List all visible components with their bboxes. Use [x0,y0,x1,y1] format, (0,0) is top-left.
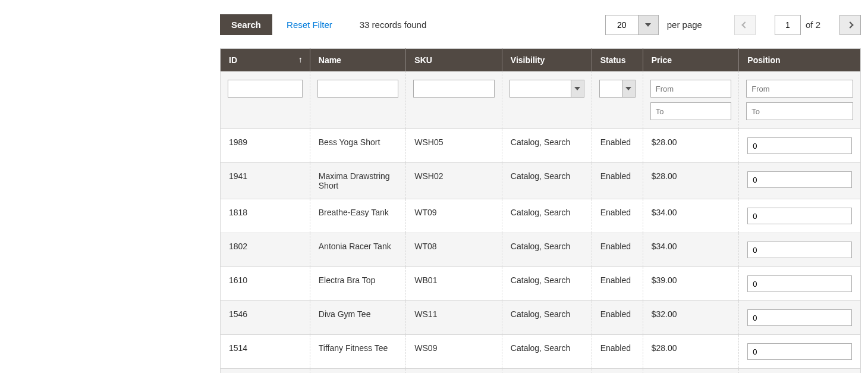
chevron-down-icon [645,23,651,27]
cell-id: 1989 [221,129,310,163]
table-row[interactable]: 1989 Bess Yoga Short WSH05 Catalog, Sear… [221,129,861,163]
next-page-button[interactable] [839,15,861,35]
filter-id-input[interactable] [228,80,303,98]
column-header-label: Name [319,55,341,65]
prev-page-button[interactable] [734,15,756,35]
column-header-visibility[interactable]: Visibility [502,49,592,72]
cell-id: 1941 [221,163,310,199]
cell-sku: WT08 [406,233,502,267]
cell-status: Enabled [592,163,643,199]
search-button[interactable]: Search [220,14,272,35]
filter-position-from-input[interactable] [746,80,853,98]
cell-name: Tiffany Fitness Tee [310,335,406,369]
select-toggle-button[interactable] [622,80,635,97]
cell-id: 1818 [221,199,310,233]
table-row[interactable]: 1610 Electra Bra Top WB01 Catalog, Searc… [221,267,861,301]
cell-price: $28.00 [643,163,739,199]
column-header-sku[interactable]: SKU [406,49,502,72]
column-header-position[interactable]: Position [739,49,861,72]
column-header-label: SKU [414,55,432,65]
cell-price: $32.00 [643,301,739,335]
filter-visibility-select[interactable] [510,80,584,98]
cell-sku: WS08 [406,369,502,374]
table-row[interactable]: 1498 Minerva LumaTech™ V-Tee WS08 Catalo… [221,369,861,374]
position-input[interactable] [747,242,852,258]
cell-sku: WS09 [406,335,502,369]
cell-sku: WSH05 [406,129,502,163]
cell-id: 1802 [221,233,310,267]
column-header-label: Status [600,55,626,65]
position-input[interactable] [747,275,852,292]
chevron-down-icon [574,87,580,90]
column-header-label: Position [747,55,780,65]
sort-asc-icon: ↑ [298,55,303,64]
cell-sku: WS11 [406,301,502,335]
records-found-label: 33 records found [360,20,427,30]
column-header-status[interactable]: Status [592,49,643,72]
cell-sku: WB01 [406,267,502,301]
cell-name: Breathe-Easy Tank [310,199,406,233]
cell-status: Enabled [592,233,643,267]
cell-status: Enabled [592,301,643,335]
cell-name: Antonia Racer Tank [310,233,406,267]
cell-status: Enabled [592,369,643,374]
cell-visibility: Catalog, Search [502,163,592,199]
chevron-down-icon [625,87,631,90]
page-size-input[interactable] [605,15,639,35]
page-total-label: of 2 [806,20,820,30]
cell-name: Electra Bra Top [310,267,406,301]
position-input[interactable] [747,208,852,224]
cell-visibility: Catalog, Search [502,129,592,163]
cell-name: Diva Gym Tee [310,301,406,335]
cell-price: $28.00 [643,129,739,163]
table-row[interactable]: 1941 Maxima Drawstring Short WSH02 Catal… [221,163,861,199]
select-toggle-button[interactable] [571,80,584,97]
position-input[interactable] [747,171,852,188]
column-header-label: Price [652,55,672,65]
product-grid: ID ↑ Name SKU Visibility Status Price Po… [220,48,861,373]
filter-name-input[interactable] [317,80,399,98]
cell-price: $28.00 [643,335,739,369]
per-page-label: per page [667,20,702,30]
cell-visibility: Catalog, Search [502,199,592,233]
table-row[interactable]: 1514 Tiffany Fitness Tee WS09 Catalog, S… [221,335,861,369]
column-header-id[interactable]: ID ↑ [221,49,310,72]
cell-name: Bess Yoga Short [310,129,406,163]
cell-name: Minerva LumaTech™ V-Tee [310,369,406,374]
cell-status: Enabled [592,335,643,369]
cell-id: 1514 [221,335,310,369]
cell-price: $34.00 [643,233,739,267]
filter-position-to-input[interactable] [746,102,853,120]
cell-id: 1610 [221,267,310,301]
table-row[interactable]: 1818 Breathe-Easy Tank WT09 Catalog, Sea… [221,199,861,233]
cell-price: $39.00 [643,267,739,301]
page-size-dropdown-button[interactable] [639,15,659,35]
cell-price: $34.00 [643,199,739,233]
position-input[interactable] [747,343,852,360]
chevron-left-icon [741,21,748,28]
cell-status: Enabled [592,199,643,233]
filter-price-from-input[interactable] [650,80,732,98]
position-input[interactable] [747,309,852,326]
reset-filter-link[interactable]: Reset Filter [287,20,332,30]
chevron-right-icon [847,21,853,28]
table-row[interactable]: 1546 Diva Gym Tee WS11 Catalog, Search E… [221,301,861,335]
column-header-price[interactable]: Price [643,49,739,72]
cell-visibility: Catalog, Search [502,301,592,335]
column-header-label: Visibility [511,55,545,65]
table-row[interactable]: 1802 Antonia Racer Tank WT08 Catalog, Se… [221,233,861,267]
cell-name: Maxima Drawstring Short [310,163,406,199]
cell-status: Enabled [592,129,643,163]
cell-price: $32.00 [643,369,739,374]
column-header-name[interactable]: Name [310,49,406,72]
position-input[interactable] [747,137,852,154]
cell-visibility: Catalog, Search [502,369,592,374]
filter-status-select[interactable] [599,80,636,98]
cell-visibility: Catalog, Search [502,335,592,369]
cell-id: 1546 [221,301,310,335]
cell-visibility: Catalog, Search [502,233,592,267]
filter-price-to-input[interactable] [650,102,732,120]
filter-sku-input[interactable] [413,80,495,98]
column-header-label: ID [229,55,237,65]
current-page-input[interactable] [775,15,801,35]
